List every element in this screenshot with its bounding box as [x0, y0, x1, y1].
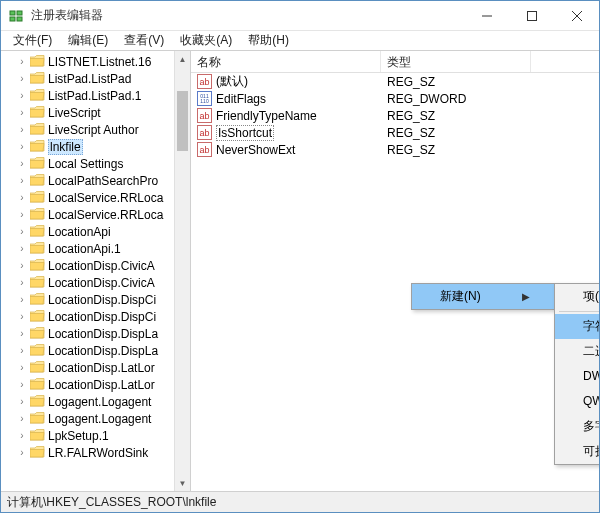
expander-icon[interactable]: › [16, 447, 28, 458]
folder-icon [30, 259, 45, 272]
expander-icon[interactable]: › [16, 175, 28, 186]
tree-scrollbar[interactable]: ▲ ▼ [174, 51, 190, 491]
tree-item[interactable]: ›LocalPathSearchPro [1, 172, 190, 189]
list-row[interactable]: abNeverShowExtREG_SZ [191, 141, 599, 158]
expander-icon[interactable]: › [16, 141, 28, 152]
svg-text:ab: ab [199, 128, 209, 138]
value-list[interactable]: ab(默认)REG_SZ011110EditFlagsREG_DWORDabFr… [191, 73, 599, 158]
tree-item[interactable]: ›LR.FALRWordSink [1, 444, 190, 461]
folder-icon [30, 72, 45, 85]
submenu-binary[interactable]: 二进制值(B) [555, 339, 600, 364]
scroll-thumb[interactable] [177, 91, 188, 151]
expander-icon[interactable]: › [16, 124, 28, 135]
tree-item[interactable]: ›LocalService.RRLoca [1, 189, 190, 206]
statusbar: 计算机\HKEY_CLASSES_ROOT\lnkfile [1, 491, 599, 513]
tree-item[interactable]: ›lnkfile [1, 138, 190, 155]
submenu-string[interactable]: 字符串值(S) [555, 314, 600, 339]
svg-rect-0 [10, 11, 15, 15]
menu-view[interactable]: 查看(V) [116, 30, 172, 51]
submenu-dword[interactable]: DWORD (32 位)值(D) [555, 364, 600, 389]
value-name-cell: abFriendlyTypeName [191, 108, 381, 123]
expander-icon[interactable]: › [16, 430, 28, 441]
expander-icon[interactable]: › [16, 56, 28, 67]
expander-icon[interactable]: › [16, 311, 28, 322]
column-name[interactable]: 名称 [191, 51, 381, 72]
svg-text:ab: ab [199, 77, 209, 87]
list-row[interactable]: ab(默认)REG_SZ [191, 73, 599, 90]
tree-item[interactable]: ›LISTNET.Listnet.16 [1, 53, 190, 70]
tree-item[interactable]: ›Local Settings [1, 155, 190, 172]
expander-icon[interactable]: › [16, 209, 28, 220]
submenu-qword[interactable]: QWORD (64 位)值(Q) [555, 389, 600, 414]
tree-item[interactable]: ›LiveScript Author [1, 121, 190, 138]
tree-item-label: LocationDisp.CivicA [48, 259, 155, 273]
folder-icon [30, 412, 45, 425]
tree-item[interactable]: ›LocationDisp.DispLa [1, 325, 190, 342]
tree-item[interactable]: ›ListPad.ListPad.1 [1, 87, 190, 104]
expander-icon[interactable]: › [16, 192, 28, 203]
expander-icon[interactable]: › [16, 345, 28, 356]
tree-item[interactable]: ›LocalService.RRLoca [1, 206, 190, 223]
maximize-button[interactable] [509, 1, 554, 31]
tree-item[interactable]: ›LocationDisp.DispCi [1, 308, 190, 325]
expander-icon[interactable]: › [16, 328, 28, 339]
menu-favorites[interactable]: 收藏夹(A) [172, 30, 240, 51]
expander-icon[interactable]: › [16, 396, 28, 407]
menu-file[interactable]: 文件(F) [5, 30, 60, 51]
tree-item[interactable]: ›ListPad.ListPad [1, 70, 190, 87]
value-type-cell: REG_SZ [381, 75, 531, 89]
expander-icon[interactable]: › [16, 260, 28, 271]
column-type[interactable]: 类型 [381, 51, 531, 72]
list-row[interactable]: abFriendlyTypeNameREG_SZ [191, 107, 599, 124]
registry-tree[interactable]: ›LISTNET.Listnet.16›ListPad.ListPad›List… [1, 51, 190, 463]
value-type-icon: ab [197, 74, 212, 89]
folder-icon [30, 429, 45, 442]
expander-icon[interactable]: › [16, 413, 28, 424]
submenu-expand[interactable]: 可扩充字符串值(E) [555, 439, 600, 464]
menu-help[interactable]: 帮助(H) [240, 30, 297, 51]
tree-item[interactable]: ›LocationApi.1 [1, 240, 190, 257]
expander-icon[interactable]: › [16, 243, 28, 254]
value-name-cell: abNeverShowExt [191, 142, 381, 157]
tree-item[interactable]: ›LocationDisp.CivicA [1, 257, 190, 274]
context-submenu: 项(K) 字符串值(S) 二进制值(B) DWORD (32 位)值(D) QW… [554, 283, 600, 465]
value-name-label: FriendlyTypeName [216, 109, 317, 123]
tree-item[interactable]: ›LocationDisp.LatLor [1, 376, 190, 393]
expander-icon[interactable]: › [16, 107, 28, 118]
folder-icon [30, 310, 45, 323]
close-button[interactable] [554, 1, 599, 31]
value-type-icon: ab [197, 108, 212, 123]
submenu-multi[interactable]: 多字符串值(M) [555, 414, 600, 439]
scroll-up-icon[interactable]: ▲ [175, 51, 190, 67]
tree-item[interactable]: ›LpkSetup.1 [1, 427, 190, 444]
tree-item[interactable]: ›LocationDisp.CivicA [1, 274, 190, 291]
tree-item[interactable]: ›LocationDisp.DispCi [1, 291, 190, 308]
tree-item[interactable]: ›Logagent.Logagent [1, 393, 190, 410]
submenu-key[interactable]: 项(K) [555, 284, 600, 309]
list-row[interactable]: abIsShortcutREG_SZ [191, 124, 599, 141]
value-name-label: (默认) [216, 73, 248, 90]
expander-icon[interactable]: › [16, 226, 28, 237]
expander-icon[interactable]: › [16, 294, 28, 305]
menu-edit[interactable]: 编辑(E) [60, 30, 116, 51]
folder-icon [30, 276, 45, 289]
tree-item[interactable]: ›LocationDisp.DispLa [1, 342, 190, 359]
value-name-cell: 011110EditFlags [191, 91, 381, 106]
expander-icon[interactable]: › [16, 379, 28, 390]
value-type-cell: REG_SZ [381, 126, 531, 140]
tree-item[interactable]: ›LiveScript [1, 104, 190, 121]
tree-item-label: LocationDisp.DispCi [48, 310, 156, 324]
expander-icon[interactable]: › [16, 158, 28, 169]
value-type-icon: ab [197, 142, 212, 157]
expander-icon[interactable]: › [16, 90, 28, 101]
expander-icon[interactable]: › [16, 277, 28, 288]
list-row[interactable]: 011110EditFlagsREG_DWORD [191, 90, 599, 107]
expander-icon[interactable]: › [16, 362, 28, 373]
tree-item[interactable]: ›LocationApi [1, 223, 190, 240]
tree-item[interactable]: ›LocationDisp.LatLor [1, 359, 190, 376]
scroll-down-icon[interactable]: ▼ [175, 475, 190, 491]
minimize-button[interactable] [464, 1, 509, 31]
expander-icon[interactable]: › [16, 73, 28, 84]
context-menu-new[interactable]: 新建(N) ▶ [412, 284, 554, 309]
tree-item[interactable]: ›Logagent.Logagent [1, 410, 190, 427]
